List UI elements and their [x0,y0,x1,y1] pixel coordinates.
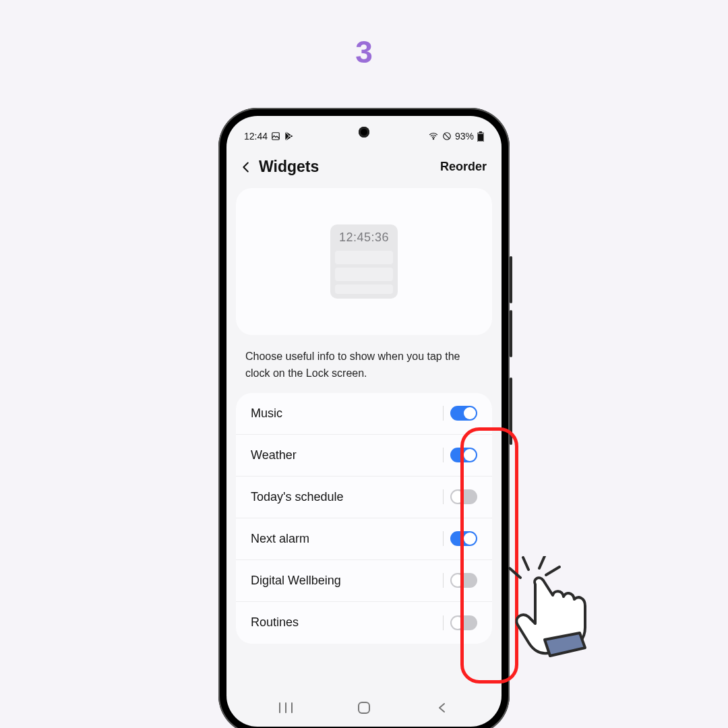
widget-row[interactable]: Music [236,393,492,435]
svg-line-13 [546,567,559,575]
widget-row[interactable]: Routines [236,602,492,644]
divider [443,615,444,630]
widget-label: Today's schedule [251,490,344,504]
back-nav-button[interactable] [422,702,462,714]
divider [443,448,444,462]
home-button[interactable] [344,701,384,715]
mini-row [335,284,393,294]
svg-line-12 [539,556,545,568]
widget-row[interactable]: Next alarm [236,518,492,560]
status-time: 12:44 [244,131,268,142]
svg-line-11 [523,557,528,570]
widget-label: Weather [251,448,297,462]
widget-preview: 12:45:36 [236,188,492,335]
play-store-icon [284,131,293,141]
page-title: Widgets [259,158,319,176]
widget-toggle[interactable] [450,615,477,630]
divider [443,406,444,421]
widget-list: MusicWeatherToday's scheduleNext alarmDi… [236,393,492,644]
widget-row[interactable]: Digital Wellbeing [236,560,492,602]
svg-point-1 [433,138,433,139]
svg-line-10 [510,568,520,578]
wifi-icon [428,131,439,141]
svg-rect-5 [478,133,483,141]
power-button [510,377,512,445]
divider [443,489,444,504]
reorder-button[interactable]: Reorder [440,160,487,174]
phone-frame: 12:44 93% Widgets Reorder 12:45:36 [218,108,510,728]
mini-clock: 12:45:36 [335,229,393,247]
mini-widget: 12:45:36 [330,224,398,299]
image-icon [271,131,280,141]
battery-percent: 93% [455,131,474,142]
mini-row [335,251,393,264]
volume-down-button [510,310,512,357]
step-number: 3 [355,34,373,70]
phone-screen: 12:44 93% Widgets Reorder 12:45:36 [226,116,502,727]
divider [443,573,444,588]
no-disturb-icon [442,131,452,141]
front-camera [359,127,369,138]
battery-icon [477,131,484,142]
widget-label: Routines [251,615,299,630]
tap-hand-icon [506,556,613,667]
widget-row[interactable]: Today's schedule [236,477,492,518]
back-icon[interactable] [239,160,253,175]
widget-toggle[interactable] [450,489,477,504]
hint-text: Choose useful info to show when you tap … [226,335,502,393]
widget-label: Next alarm [251,532,309,546]
android-nav-bar [226,693,502,727]
mini-row [335,268,393,281]
divider [443,531,444,546]
recents-button[interactable] [266,702,306,714]
widget-toggle[interactable] [450,448,477,462]
widget-toggle[interactable] [450,573,477,588]
widget-label: Digital Wellbeing [251,574,341,588]
widget-label: Music [251,406,282,421]
widget-toggle[interactable] [450,406,477,421]
volume-up-button [510,256,512,303]
widget-row[interactable]: Weather [236,435,492,477]
widget-toggle[interactable] [450,531,477,546]
page-header: Widgets Reorder [226,143,502,188]
svg-rect-9 [359,702,369,713]
